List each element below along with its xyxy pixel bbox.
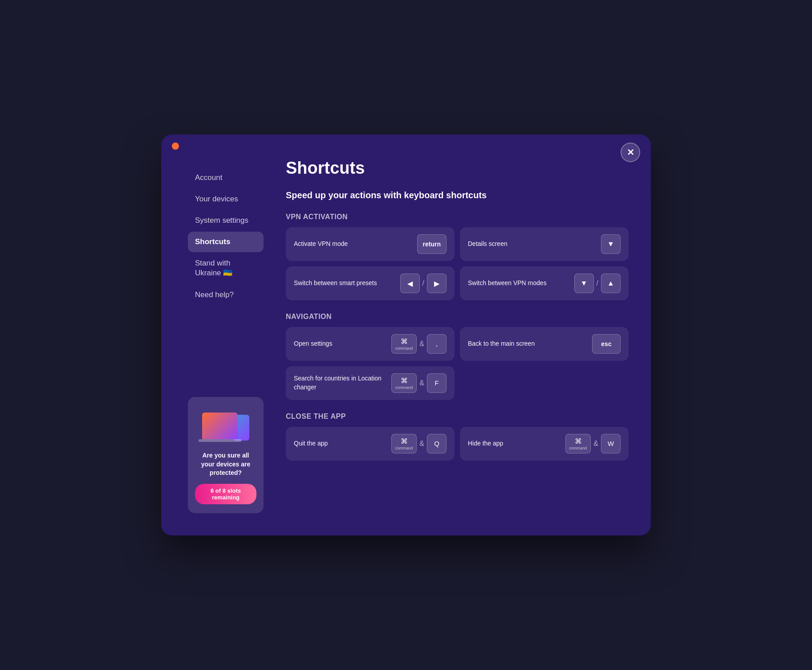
key-divider: &: [419, 440, 424, 448]
command-key: ⌘command: [391, 434, 417, 453]
shortcut-label-hide-app: Hide the app: [468, 439, 561, 448]
page-title: Shortcuts: [286, 159, 629, 178]
shortcut-label-search-countries: Search for countries in Location changer: [294, 374, 387, 392]
close-button[interactable]: ✕: [621, 143, 640, 162]
char-Q-key: Q: [427, 434, 447, 453]
arrow-down-key: ▼: [601, 234, 621, 254]
command-key: ⌘command: [565, 434, 591, 453]
command-key: ⌘command: [391, 334, 417, 354]
main-layout: AccountYour devicesSystem settingsShortc…: [161, 150, 651, 535]
shortcut-search-countries: Search for countries in Location changer…: [286, 366, 455, 400]
shortcut-keys-back-main-screen: esc: [592, 334, 621, 354]
shortcut-open-settings: Open settings⌘command&,: [286, 327, 455, 361]
shortcut-label-back-main-screen: Back to the main screen: [468, 339, 588, 348]
section-title-vpn-activation: VPN activation: [286, 213, 629, 221]
key-divider: &: [419, 340, 424, 348]
shortcut-keys-open-settings: ⌘command&,: [391, 334, 447, 354]
promo-card: Are you sure all your devices are protec…: [188, 397, 264, 513]
main-content: Shortcuts Speed up your actions with key…: [277, 159, 651, 522]
shortcuts-grid-navigation: Open settings⌘command&,Back to the main …: [286, 327, 629, 400]
shortcuts-grid-vpn-activation: Activate VPN modereturnDetails screen▼Sw…: [286, 227, 629, 300]
sidebar: AccountYour devicesSystem settingsShortc…: [161, 159, 277, 522]
shortcut-details-screen: Details screen▼: [460, 227, 629, 261]
page-subtitle: Speed up your actions with keyboard shor…: [286, 190, 629, 200]
char-,-key: ,: [427, 334, 447, 354]
promo-devices: [195, 406, 256, 446]
shortcuts-grid-close-app: Quit the app⌘command&QHide the app⌘comma…: [286, 427, 629, 461]
app-window: ✕ AccountYour devicesSystem settingsShor…: [161, 135, 651, 535]
key-divider: &: [419, 379, 424, 387]
char-W-key: W: [601, 434, 621, 453]
shortcut-keys-quit-app: ⌘command&Q: [391, 434, 447, 453]
sidebar-item-stand-with-ukraine[interactable]: Stand with Ukraine 🇺🇦: [188, 253, 264, 283]
shortcut-keys-details-screen: ▼: [601, 234, 621, 254]
sidebar-item-need-help[interactable]: Need help?: [188, 285, 264, 305]
sidebar-item-shortcuts[interactable]: Shortcuts: [188, 232, 264, 252]
promo-question: Are you sure all your devices are protec…: [195, 451, 256, 478]
shortcut-label-quit-app: Quit the app: [294, 439, 387, 448]
section-title-close-app: Close the app: [286, 413, 629, 421]
shortcut-label-details-screen: Details screen: [468, 240, 597, 249]
shortcut-keys-switch-smart-presets: ◀/▶: [400, 274, 447, 293]
key-divider: &: [593, 440, 598, 448]
section-title-navigation: Navigation: [286, 313, 629, 321]
shortcut-switch-vpn-modes: Switch between VPN modes▼/▲: [460, 266, 629, 300]
shortcut-label-switch-vpn-modes: Switch between VPN modes: [468, 279, 570, 288]
shortcut-label-open-settings: Open settings: [294, 339, 387, 348]
sidebar-item-your-devices[interactable]: Your devices: [188, 189, 264, 209]
esc-key: esc: [592, 334, 621, 354]
shortcut-hide-app: Hide the app⌘command&W: [460, 427, 629, 461]
shortcut-keys-search-countries: ⌘command&F: [391, 373, 447, 393]
device-laptop-icon: [202, 413, 238, 439]
arrow-left-key: ◀: [400, 274, 420, 293]
sidebar-bottom: Are you sure all your devices are protec…: [188, 388, 264, 513]
traffic-light-red[interactable]: [172, 143, 179, 150]
shortcut-label-switch-smart-presets: Switch between smart presets: [294, 279, 396, 288]
shortcut-keys-hide-app: ⌘command&W: [565, 434, 621, 453]
arrow-right-key: ▶: [427, 274, 447, 293]
arrow-down-key: ▼: [574, 274, 594, 293]
shortcut-switch-smart-presets: Switch between smart presets◀/▶: [286, 266, 455, 300]
title-bar: ✕: [161, 135, 651, 150]
command-key: ⌘command: [391, 373, 417, 393]
shortcut-quit-app: Quit the app⌘command&Q: [286, 427, 455, 461]
shortcut-keys-activate-vpn: return: [417, 234, 447, 254]
return-key: return: [417, 234, 447, 254]
shortcut-keys-switch-vpn-modes: ▼/▲: [574, 274, 621, 293]
sidebar-item-account[interactable]: Account: [188, 168, 264, 188]
shortcut-activate-vpn: Activate VPN modereturn: [286, 227, 455, 261]
sidebar-item-system-settings[interactable]: System settings: [188, 210, 264, 231]
char-F-key: F: [427, 373, 447, 393]
shortcut-label-activate-vpn: Activate VPN mode: [294, 240, 413, 249]
key-divider: /: [422, 279, 424, 287]
key-divider: /: [597, 279, 598, 287]
promo-badge[interactable]: 6 of 8 slots remaining: [195, 484, 256, 504]
shortcut-back-main-screen: Back to the main screenesc: [460, 327, 629, 361]
arrow-up-key: ▲: [601, 274, 621, 293]
